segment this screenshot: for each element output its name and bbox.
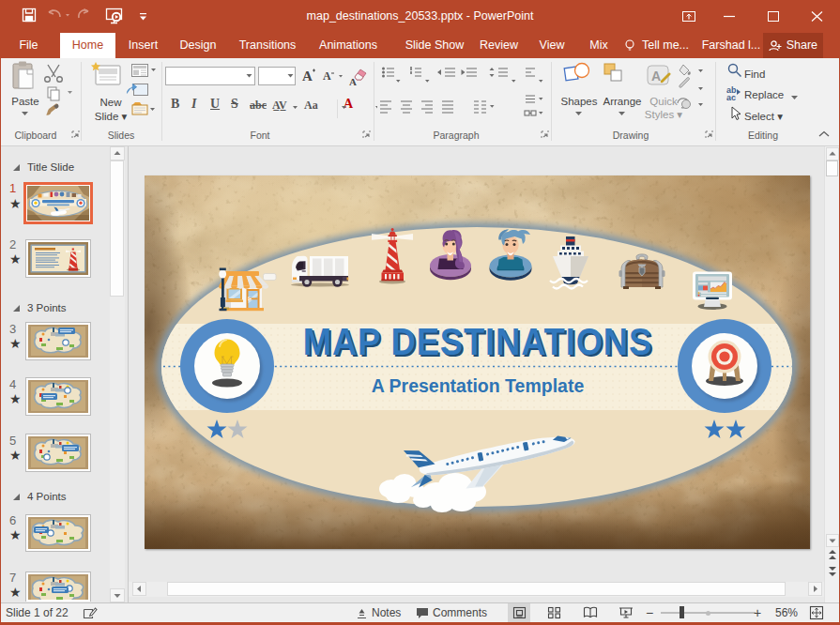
svg-text:A: A: [302, 69, 313, 84]
svg-text:ac: ac: [726, 93, 736, 102]
svg-text:A: A: [323, 69, 331, 83]
svg-text:A: A: [349, 76, 357, 86]
svg-text:A: A: [651, 69, 661, 84]
svg-text:MAP DESTINATIONS: MAP DESTINATIONS: [303, 320, 652, 362]
svg-text:A Presentation Template: A Presentation Template: [372, 375, 585, 396]
